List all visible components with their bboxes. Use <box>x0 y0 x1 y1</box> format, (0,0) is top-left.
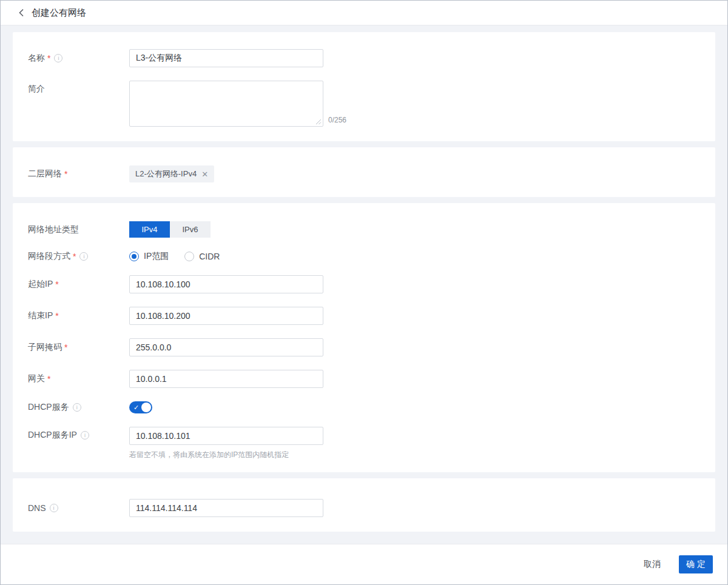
ip-version-segmented: IPv4 IPv6 <box>129 221 211 238</box>
description-textarea[interactable] <box>129 81 323 127</box>
radio-selected-icon <box>129 252 139 261</box>
end-ip-label: 结束IP* <box>28 310 129 321</box>
dns-row: DNSi <box>28 499 701 517</box>
dhcp-toggle-row: DHCP服务i ✓ <box>28 401 701 413</box>
radio-ip-range[interactable]: IP范围 <box>129 251 169 262</box>
required-asterisk: * <box>73 252 76 261</box>
form-content: 名称*i 简介 0/256 <box>1 25 727 544</box>
dhcp-toggle[interactable]: ✓ <box>129 401 152 413</box>
dns-card: DNSi <box>13 478 715 532</box>
radio-cidr[interactable]: CIDR <box>184 252 220 261</box>
info-icon[interactable]: i <box>79 252 88 261</box>
dhcp-service-label: DHCP服务i <box>28 402 129 413</box>
segment-mode-label: 网络段方式*i <box>28 251 129 262</box>
dhcp-ip-hint: 若留空不填，将由系统在添加的IP范围内随机指定 <box>129 450 323 460</box>
name-input[interactable] <box>129 49 323 67</box>
dhcp-ip-row: DHCP服务IPi 若留空不填，将由系统在添加的IP范围内随机指定 <box>28 427 701 460</box>
tag-remove-icon[interactable]: ✕ <box>201 170 208 178</box>
required-asterisk: * <box>47 374 50 384</box>
start-ip-label: 起始IP* <box>28 279 129 290</box>
basic-info-card: 名称*i 简介 0/256 <box>13 32 715 141</box>
required-asterisk: * <box>55 311 58 321</box>
l2-network-row: 二层网络* L2-公有网络-IPv4 ✕ <box>28 165 701 182</box>
description-label: 简介 <box>28 81 129 95</box>
name-label: 名称*i <box>28 53 129 64</box>
address-type-row: 网络地址类型 IPv4 IPv6 <box>28 221 701 238</box>
radio-unselected-icon <box>184 252 194 261</box>
segment-mode-radio-group: IP范围 CIDR <box>129 251 220 262</box>
check-icon: ✓ <box>133 403 139 412</box>
name-row: 名称*i <box>28 49 701 67</box>
create-public-network-page: 创建公有网络 名称*i 简介 <box>0 0 728 585</box>
page-header: 创建公有网络 <box>1 1 727 25</box>
cancel-button[interactable]: 取消 <box>639 555 666 573</box>
address-type-label: 网络地址类型 <box>28 224 129 235</box>
gateway-input[interactable] <box>129 370 323 388</box>
netmask-label: 子网掩码* <box>28 342 129 353</box>
info-icon[interactable]: i <box>73 403 81 412</box>
info-icon[interactable]: i <box>50 504 58 512</box>
netmask-input[interactable] <box>129 338 323 356</box>
dhcp-ip-label: DHCP服务IPi <box>28 427 129 441</box>
end-ip-row: 结束IP* <box>28 307 701 325</box>
netmask-row: 子网掩码* <box>28 338 701 356</box>
segment-mode-row: 网络段方式*i IP范围 CIDR <box>28 251 701 262</box>
required-asterisk: * <box>47 53 50 63</box>
info-icon[interactable]: i <box>81 431 89 440</box>
required-asterisk: * <box>64 343 67 352</box>
l2-network-card: 二层网络* L2-公有网络-IPv4 ✕ <box>13 147 715 197</box>
required-asterisk: * <box>55 279 58 289</box>
char-counter: 0/256 <box>328 116 346 127</box>
start-ip-input[interactable] <box>129 275 323 293</box>
dhcp-ip-field-group: 若留空不填，将由系统在添加的IP范围内随机指定 <box>129 427 323 460</box>
dns-label: DNSi <box>28 503 129 513</box>
dns-input[interactable] <box>129 499 323 517</box>
resize-handle-icon[interactable] <box>315 118 322 125</box>
tab-ipv6[interactable]: IPv6 <box>170 221 211 238</box>
end-ip-input[interactable] <box>129 307 323 325</box>
back-button[interactable] <box>16 7 27 18</box>
l2-network-label: 二层网络* <box>28 169 129 179</box>
info-icon[interactable]: i <box>54 54 62 62</box>
description-row: 简介 0/256 <box>28 81 701 127</box>
start-ip-row: 起始IP* <box>28 275 701 293</box>
gateway-row: 网关* <box>28 370 701 388</box>
dhcp-ip-input[interactable] <box>129 427 323 445</box>
toggle-knob <box>141 403 151 412</box>
tab-ipv4[interactable]: IPv4 <box>129 221 170 238</box>
required-asterisk: * <box>64 169 67 179</box>
l2-network-tag-label: L2-公有网络-IPv4 <box>135 169 197 179</box>
network-settings-card: 网络地址类型 IPv4 IPv6 网络段方式*i IP范围 <box>13 203 715 472</box>
confirm-button[interactable]: 确 定 <box>679 555 713 573</box>
gateway-label: 网关* <box>28 373 129 384</box>
page-title: 创建公有网络 <box>32 7 86 19</box>
chevron-left-icon <box>18 8 24 17</box>
l2-network-tag[interactable]: L2-公有网络-IPv4 ✕ <box>129 165 214 182</box>
footer-action-bar: 取消 确 定 <box>1 544 727 584</box>
